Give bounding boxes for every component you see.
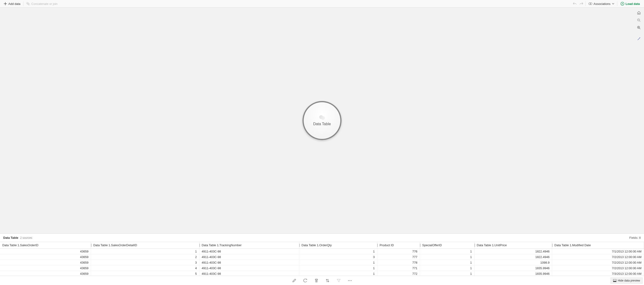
table-cell: 1 — [299, 260, 377, 265]
hide-data-preview-button[interactable]: Hide data preview — [610, 277, 642, 283]
column-header[interactable]: Data Table 1.OrderQty — [299, 242, 377, 248]
table-bubble-label: Data Table — [313, 122, 331, 126]
data-preview-table: Data Table 1.SalesOrderID Data Table 1.S… — [0, 242, 644, 276]
table-cell: 1 — [420, 260, 474, 265]
magic-wand-icon — [637, 37, 641, 41]
zoom-in-button[interactable] — [636, 25, 642, 31]
preview-header: Data Table 2 sources Fields: 8 — [0, 234, 644, 242]
table-cell: 776 — [377, 248, 420, 254]
table-cell: 2 — [91, 254, 199, 260]
table-cell: 43659 — [0, 254, 91, 260]
redo-icon — [580, 2, 583, 5]
column-header[interactable]: Data Table 1.UnitPrice — [474, 242, 552, 248]
data-preview-table-wrap: Data Table 1.SalesOrderID Data Table 1.S… — [0, 242, 644, 276]
svg-rect-14 — [613, 281, 616, 282]
table-cell: 4911-403C-98 — [199, 260, 299, 265]
column-header[interactable]: Data Table 1.TrackingNumber — [199, 242, 299, 248]
table-cell: 1 — [420, 265, 474, 271]
table-cell: 7/1/2013 12:00:00 AM — [552, 248, 644, 254]
toolbar-divider — [617, 2, 617, 6]
table-cell: 4911-403C-98 — [199, 254, 299, 260]
home-icon — [637, 11, 641, 15]
refresh-icon — [304, 279, 307, 282]
associations-label: Associations — [594, 2, 610, 6]
associations-button[interactable]: Associations — [587, 0, 616, 8]
table-row[interactable]: 4365914911-403C-98177611822.49467/1/2013… — [0, 248, 644, 254]
table-row[interactable]: 4365954911-403C-98177211835.99467/3/2013… — [0, 271, 644, 276]
filter-icon — [337, 279, 340, 282]
column-header[interactable]: Product ID — [377, 242, 420, 248]
zoom-in-icon — [637, 26, 641, 30]
table-cell: 3 — [91, 260, 199, 265]
table-cell: 771 — [377, 265, 420, 271]
home-view-button[interactable] — [636, 10, 642, 16]
table-row[interactable]: 4365924911-403C-98377711822.49467/2/2013… — [0, 254, 644, 260]
trash-icon — [315, 279, 318, 282]
column-header[interactable]: Data Table 1.Modified Date — [552, 242, 644, 248]
concatenate-icon — [26, 2, 30, 5]
plus-icon — [4, 2, 7, 5]
table-cell: 7/2/2013 12:00:00 AM — [552, 254, 644, 260]
concatenate-join-label: Concatenate or join — [31, 2, 58, 6]
column-header[interactable]: Data Table 1.SalesOrderID — [0, 242, 91, 248]
column-header[interactable]: Data Table 1.SalesOrderDetailID — [91, 242, 199, 248]
top-toolbar: Add data Concatenate or join Association — [0, 0, 644, 8]
table-cell: 772 — [377, 271, 420, 276]
edit-button[interactable] — [292, 278, 296, 283]
concatenate-join-button: Concatenate or join — [24, 0, 60, 8]
preview-sources: 2 sources — [20, 236, 32, 239]
magic-wand-button[interactable] — [636, 36, 642, 42]
data-model-canvas[interactable]: Data Table — [0, 8, 644, 234]
toolbar-divider — [586, 2, 586, 6]
table-cell: 777 — [377, 254, 420, 260]
panel-icon — [613, 279, 616, 282]
toolbar-divider — [23, 2, 24, 6]
add-data-label: Add data — [8, 2, 20, 6]
unpivot-button[interactable] — [325, 278, 330, 283]
filter-button — [336, 278, 341, 283]
play-circle-icon — [620, 2, 624, 6]
table-cell: 1 — [299, 265, 377, 271]
more-horizontal-icon — [348, 280, 352, 281]
table-cell: 1835.9946 — [474, 271, 552, 276]
more-options-button[interactable] — [348, 278, 352, 283]
svg-point-11 — [350, 280, 350, 281]
zoom-out-button[interactable] — [636, 18, 642, 23]
hide-data-preview-label: Hide data preview — [618, 279, 640, 282]
table-cell: 43659 — [0, 260, 91, 265]
undo-button — [572, 0, 578, 8]
svg-rect-1 — [28, 4, 30, 5]
add-data-button[interactable]: Add data — [2, 0, 22, 8]
table-cell: 43659 — [0, 265, 91, 271]
table-cell: 4911-403C-98 — [199, 265, 299, 271]
table-cell: 1 — [420, 248, 474, 254]
data-bubble-icon — [319, 115, 325, 120]
table-cell: 1822.4946 — [474, 254, 552, 260]
table-cell: 1 — [299, 271, 377, 276]
table-cell: 4911-403C-98 — [199, 248, 299, 254]
column-header[interactable]: SpecialOfferID — [420, 242, 474, 248]
table-cell: 7/3/2013 12:00:00 AM — [552, 271, 644, 276]
refresh-button[interactable] — [303, 278, 308, 283]
load-data-button[interactable]: Load data — [618, 0, 642, 8]
table-cell: 5 — [91, 271, 199, 276]
table-cell: 1 — [91, 248, 199, 254]
bottom-toolbar: Hide data preview — [0, 276, 644, 285]
svg-point-12 — [351, 280, 352, 281]
preview-title: Data Table — [3, 236, 18, 239]
table-cell: 4 — [91, 265, 199, 271]
table-row[interactable]: 4365944911-403C-98177111835.99467/2/2013… — [0, 265, 644, 271]
unpivot-icon — [326, 279, 330, 282]
undo-icon — [573, 2, 577, 5]
svg-point-9 — [321, 116, 325, 120]
chevron-down-icon — [612, 3, 614, 5]
table-cell: 1 — [420, 254, 474, 260]
table-cell: 1 — [299, 248, 377, 254]
table-row[interactable]: 4365934911-403C-98177811098.97/2/2013 12… — [0, 260, 644, 265]
table-cell: 1835.9946 — [474, 265, 552, 271]
table-bubble[interactable]: Data Table — [302, 101, 342, 140]
delete-button[interactable] — [314, 278, 319, 283]
associations-icon — [588, 2, 592, 6]
table-cell: 4911-403C-98 — [199, 271, 299, 276]
pencil-icon — [292, 279, 296, 282]
